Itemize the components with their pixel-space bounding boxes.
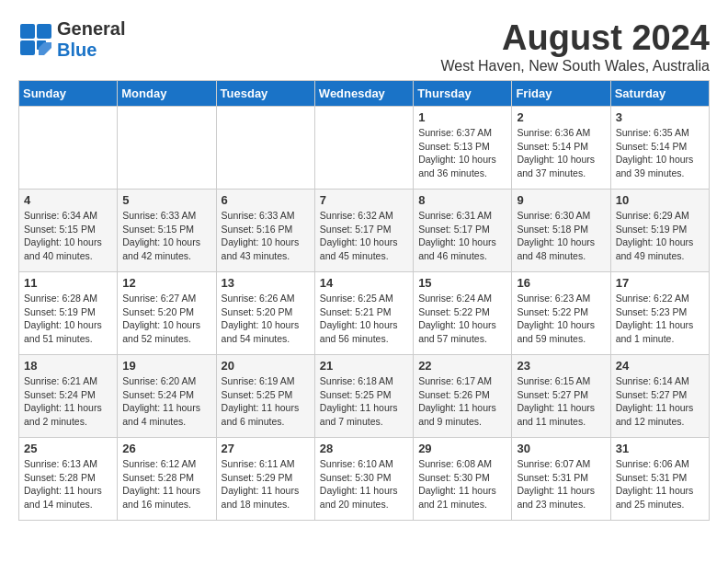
calendar-cell: 13Sunrise: 6:26 AMSunset: 5:20 PMDayligh… xyxy=(216,272,314,355)
calendar-cell: 27Sunrise: 6:11 AMSunset: 5:29 PMDayligh… xyxy=(216,438,314,521)
day-info: Sunrise: 6:33 AMSunset: 5:15 PMDaylight:… xyxy=(122,209,210,263)
day-number: 21 xyxy=(320,359,408,373)
weekday-header-thursday: Thursday xyxy=(414,81,512,107)
month-title: August 2024 xyxy=(440,18,710,58)
logo-blue: Blue xyxy=(57,40,97,60)
svg-rect-2 xyxy=(20,40,35,55)
day-number: 25 xyxy=(24,442,112,455)
day-number: 14 xyxy=(320,276,408,290)
day-number: 20 xyxy=(222,359,310,373)
calendar-cell: 6Sunrise: 6:33 AMSunset: 5:16 PMDaylight… xyxy=(216,190,314,272)
day-number: 1 xyxy=(418,110,506,124)
title-area: August 2024 West Haven, New South Wales,… xyxy=(440,18,710,75)
day-number: 26 xyxy=(122,442,210,455)
day-number: 8 xyxy=(418,193,506,207)
day-number: 12 xyxy=(122,276,210,290)
day-info: Sunrise: 6:24 AMSunset: 5:22 PMDaylight:… xyxy=(418,292,506,346)
day-info: Sunrise: 6:20 AMSunset: 5:24 PMDaylight:… xyxy=(122,374,210,429)
calendar-cell: 18Sunrise: 6:21 AMSunset: 5:24 PMDayligh… xyxy=(19,355,118,438)
calendar-cell: 17Sunrise: 6:22 AMSunset: 5:23 PMDayligh… xyxy=(610,272,709,355)
day-info: Sunrise: 6:32 AMSunset: 5:17 PMDaylight:… xyxy=(320,209,408,263)
calendar-cell: 28Sunrise: 6:10 AMSunset: 5:30 PMDayligh… xyxy=(314,438,413,521)
day-number: 3 xyxy=(616,110,704,124)
day-info: Sunrise: 6:25 AMSunset: 5:21 PMDaylight:… xyxy=(320,292,408,346)
day-number: 7 xyxy=(320,193,408,207)
calendar-cell: 3Sunrise: 6:35 AMSunset: 5:14 PMDaylight… xyxy=(610,107,709,190)
calendar-cell: 22Sunrise: 6:17 AMSunset: 5:26 PMDayligh… xyxy=(414,355,512,438)
weekday-header-monday: Monday xyxy=(118,81,216,107)
calendar-week-4: 18Sunrise: 6:21 AMSunset: 5:24 PMDayligh… xyxy=(19,355,710,438)
calendar-cell: 10Sunrise: 6:29 AMSunset: 5:19 PMDayligh… xyxy=(610,190,709,272)
calendar-cell xyxy=(216,107,314,190)
day-number: 16 xyxy=(517,276,605,290)
calendar-cell: 26Sunrise: 6:12 AMSunset: 5:28 PMDayligh… xyxy=(118,438,216,521)
day-number: 22 xyxy=(418,359,506,373)
svg-rect-0 xyxy=(20,24,35,39)
day-info: Sunrise: 6:19 AMSunset: 5:25 PMDaylight:… xyxy=(222,374,310,429)
day-number: 2 xyxy=(517,110,605,124)
day-number: 23 xyxy=(517,359,605,373)
weekday-header-row: SundayMondayTuesdayWednesdayThursdayFrid… xyxy=(19,81,710,107)
day-info: Sunrise: 6:26 AMSunset: 5:20 PMDaylight:… xyxy=(222,292,310,346)
day-info: Sunrise: 6:17 AMSunset: 5:26 PMDaylight:… xyxy=(418,374,506,429)
day-number: 5 xyxy=(122,193,210,207)
calendar-table: SundayMondayTuesdayWednesdayThursdayFrid… xyxy=(18,80,710,521)
calendar-cell: 5Sunrise: 6:33 AMSunset: 5:15 PMDaylight… xyxy=(118,190,216,272)
calendar-cell: 7Sunrise: 6:32 AMSunset: 5:17 PMDaylight… xyxy=(314,190,413,272)
day-info: Sunrise: 6:15 AMSunset: 5:27 PMDaylight:… xyxy=(517,374,605,429)
day-info: Sunrise: 6:18 AMSunset: 5:25 PMDaylight:… xyxy=(320,374,408,429)
day-number: 6 xyxy=(222,193,310,207)
day-number: 15 xyxy=(418,276,506,290)
day-info: Sunrise: 6:33 AMSunset: 5:16 PMDaylight:… xyxy=(222,209,310,263)
calendar-cell xyxy=(19,107,118,190)
calendar-cell: 29Sunrise: 6:08 AMSunset: 5:30 PMDayligh… xyxy=(414,438,512,521)
calendar-week-1: 1Sunrise: 6:37 AMSunset: 5:13 PMDaylight… xyxy=(19,107,710,190)
day-info: Sunrise: 6:22 AMSunset: 5:23 PMDaylight:… xyxy=(616,292,704,346)
day-number: 4 xyxy=(24,193,112,207)
day-info: Sunrise: 6:37 AMSunset: 5:13 PMDaylight:… xyxy=(418,126,506,180)
day-info: Sunrise: 6:27 AMSunset: 5:20 PMDaylight:… xyxy=(122,292,210,346)
day-info: Sunrise: 6:28 AMSunset: 5:19 PMDaylight:… xyxy=(24,292,112,346)
day-info: Sunrise: 6:12 AMSunset: 5:28 PMDaylight:… xyxy=(122,457,210,511)
weekday-header-sunday: Sunday xyxy=(19,81,118,107)
calendar-cell: 15Sunrise: 6:24 AMSunset: 5:22 PMDayligh… xyxy=(414,272,512,355)
weekday-header-wednesday: Wednesday xyxy=(314,81,413,107)
calendar-cell: 14Sunrise: 6:25 AMSunset: 5:21 PMDayligh… xyxy=(314,272,413,355)
day-number: 31 xyxy=(616,442,704,455)
calendar-cell: 19Sunrise: 6:20 AMSunset: 5:24 PMDayligh… xyxy=(118,355,216,438)
day-number: 11 xyxy=(24,276,112,290)
day-number: 24 xyxy=(616,359,704,373)
day-info: Sunrise: 6:10 AMSunset: 5:30 PMDaylight:… xyxy=(320,457,408,511)
day-info: Sunrise: 6:08 AMSunset: 5:30 PMDaylight:… xyxy=(418,457,506,511)
calendar-cell: 25Sunrise: 6:13 AMSunset: 5:28 PMDayligh… xyxy=(19,438,118,521)
calendar-cell: 24Sunrise: 6:14 AMSunset: 5:27 PMDayligh… xyxy=(610,355,709,438)
logo: General Blue xyxy=(18,18,125,61)
page-header: General Blue August 2024 West Haven, New… xyxy=(18,18,710,75)
day-number: 9 xyxy=(517,193,605,207)
day-info: Sunrise: 6:29 AMSunset: 5:19 PMDaylight:… xyxy=(616,209,704,263)
weekday-header-friday: Friday xyxy=(512,81,610,107)
calendar-cell: 30Sunrise: 6:07 AMSunset: 5:31 PMDayligh… xyxy=(512,438,610,521)
weekday-header-saturday: Saturday xyxy=(610,81,709,107)
calendar-week-2: 4Sunrise: 6:34 AMSunset: 5:15 PMDaylight… xyxy=(19,190,710,272)
svg-rect-1 xyxy=(37,24,51,39)
day-info: Sunrise: 6:06 AMSunset: 5:31 PMDaylight:… xyxy=(616,457,704,511)
weekday-header-tuesday: Tuesday xyxy=(216,81,314,107)
day-info: Sunrise: 6:14 AMSunset: 5:27 PMDaylight:… xyxy=(616,374,704,429)
day-info: Sunrise: 6:11 AMSunset: 5:29 PMDaylight:… xyxy=(222,457,310,511)
calendar-cell: 11Sunrise: 6:28 AMSunset: 5:19 PMDayligh… xyxy=(19,272,118,355)
day-info: Sunrise: 6:21 AMSunset: 5:24 PMDaylight:… xyxy=(24,374,112,429)
day-info: Sunrise: 6:30 AMSunset: 5:18 PMDaylight:… xyxy=(517,209,605,263)
calendar-cell: 16Sunrise: 6:23 AMSunset: 5:22 PMDayligh… xyxy=(512,272,610,355)
day-info: Sunrise: 6:35 AMSunset: 5:14 PMDaylight:… xyxy=(616,126,704,180)
calendar-cell: 4Sunrise: 6:34 AMSunset: 5:15 PMDaylight… xyxy=(19,190,118,272)
calendar-cell: 2Sunrise: 6:36 AMSunset: 5:14 PMDaylight… xyxy=(512,107,610,190)
calendar-week-5: 25Sunrise: 6:13 AMSunset: 5:28 PMDayligh… xyxy=(19,438,710,521)
day-number: 18 xyxy=(24,359,112,373)
location: West Haven, New South Wales, Australia xyxy=(440,58,710,75)
calendar-week-3: 11Sunrise: 6:28 AMSunset: 5:19 PMDayligh… xyxy=(19,272,710,355)
day-info: Sunrise: 6:36 AMSunset: 5:14 PMDaylight:… xyxy=(517,126,605,180)
calendar-cell: 21Sunrise: 6:18 AMSunset: 5:25 PMDayligh… xyxy=(314,355,413,438)
calendar-cell: 8Sunrise: 6:31 AMSunset: 5:17 PMDaylight… xyxy=(414,190,512,272)
calendar-cell: 12Sunrise: 6:27 AMSunset: 5:20 PMDayligh… xyxy=(118,272,216,355)
